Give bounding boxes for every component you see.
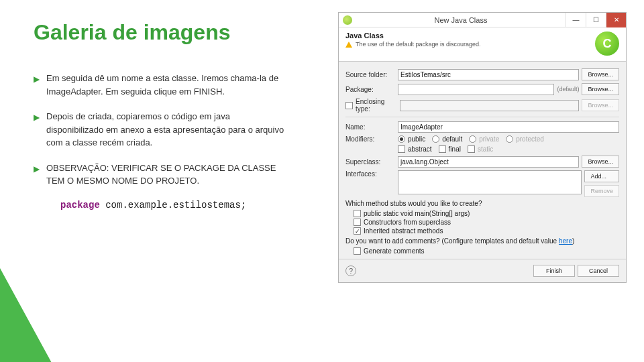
package-default-hint: (default) (557, 86, 579, 93)
wizard-banner: Java Class The use of the default packag… (339, 27, 626, 62)
help-icon[interactable]: ? (345, 265, 356, 276)
generate-comments-checkbox[interactable] (354, 247, 361, 255)
arrow-icon: ▶ (34, 162, 40, 188)
stub-main-label: public static void main(String[] args) (364, 210, 470, 217)
name-label: Name: (345, 123, 398, 131)
remove-interface-button: Remove (584, 185, 619, 197)
finish-button[interactable]: Finish (533, 265, 575, 277)
add-interface-button[interactable]: Add... (584, 170, 619, 182)
browse-superclass-button[interactable]: Browse... (582, 156, 619, 168)
bullet-item: ▶ Em seguida dê um nome a esta classe. I… (34, 72, 288, 98)
modifier-final-checkbox[interactable] (439, 145, 446, 153)
name-input[interactable]: ImageAdapter (398, 121, 619, 133)
comments-pre: Do you want to add comments? (Configure … (345, 237, 559, 245)
browse-enclosing-button: Browse... (582, 99, 619, 111)
modifier-abstract-label: abstract (408, 145, 432, 153)
code-keyword: package (60, 200, 100, 210)
stub-inherited-label: Inherited abstract methods (364, 227, 443, 235)
modifier-abstract-checkbox[interactable] (398, 145, 405, 153)
warning-icon (345, 42, 352, 48)
modifier-public-label: public (408, 135, 425, 143)
modifier-default-radio[interactable] (432, 135, 439, 143)
maximize-button[interactable]: ☐ (586, 13, 606, 27)
comments-post: ) (572, 237, 574, 245)
stubs-question: Which method stubs would you like to cre… (345, 200, 619, 207)
titlebar[interactable]: New Java Class — ☐ ✕ (339, 13, 626, 27)
bullet-item: ▶ Depois de criada, copiaremos o código … (34, 110, 288, 149)
modifier-public-radio[interactable] (398, 135, 405, 143)
stub-inherited-checkbox[interactable]: ✓ (354, 227, 361, 235)
enclosing-type-checkbox[interactable] (345, 102, 353, 109)
superclass-input[interactable]: java.lang.Object (398, 156, 579, 168)
source-folder-input[interactable]: EstilosTemas/src (398, 69, 579, 80)
code-package: com.example.estilostemas; (100, 200, 246, 210)
interfaces-list[interactable] (398, 170, 582, 194)
package-label: Package: (345, 86, 398, 93)
superclass-label: Superclass: (345, 158, 398, 166)
enclosing-type-label: Enclosing type: (356, 98, 400, 113)
modifier-protected-radio (506, 135, 513, 143)
stub-main-checkbox[interactable] (354, 210, 361, 217)
arrow-icon: ▶ (34, 110, 40, 149)
new-java-class-dialog: New Java Class — ☐ ✕ Java Class The use … (338, 12, 627, 283)
generate-comments-label: Generate comments (364, 247, 425, 255)
browse-package-button[interactable]: Browse... (582, 83, 619, 95)
interfaces-label: Interfaces: (345, 170, 398, 178)
bullet-text: OBSERVAÇÃO: VERIFICAR SE O PACKAGE DA CL… (46, 162, 288, 188)
stub-constructors-checkbox[interactable] (354, 219, 361, 226)
modifier-static-label: static (478, 145, 493, 153)
modifier-default-label: default (442, 135, 462, 143)
banner-title: Java Class (345, 32, 595, 40)
modifier-static-checkbox (468, 145, 475, 153)
modifier-private-label: private (479, 135, 499, 143)
modifiers-label: Modifiers: (345, 135, 398, 143)
close-button[interactable]: ✕ (606, 13, 626, 27)
bullet-text: Depois de criada, copiaremos o código em… (46, 110, 288, 149)
browse-source-button[interactable]: Browse... (582, 68, 619, 80)
enclosing-type-input (400, 100, 579, 111)
cancel-button[interactable]: Cancel (578, 265, 619, 277)
code-line: package com.example.estilostemas; (60, 200, 288, 210)
banner-warning-text: The use of the default package is discou… (356, 41, 481, 48)
app-icon (343, 15, 352, 25)
modifier-protected-label: protected (516, 135, 544, 143)
minimize-button[interactable]: — (566, 13, 586, 27)
comments-question: Do you want to add comments? (Configure … (345, 237, 619, 245)
stub-constructors-label: Constructors from superclass (364, 219, 451, 226)
modifier-final-label: final (449, 145, 461, 153)
class-logo-icon: C (595, 32, 619, 56)
package-input[interactable] (398, 84, 554, 95)
bullet-item: ▶ OBSERVAÇÃO: VERIFICAR SE O PACKAGE DA … (34, 162, 288, 188)
bullet-text: Em seguida dê um nome a esta classe. Ire… (46, 72, 288, 98)
configure-templates-link[interactable]: here (559, 237, 572, 245)
source-folder-label: Source folder: (345, 71, 398, 78)
window-title: New Java Class (356, 16, 566, 24)
modifier-private-radio (469, 135, 476, 143)
arrow-icon: ▶ (34, 72, 40, 98)
